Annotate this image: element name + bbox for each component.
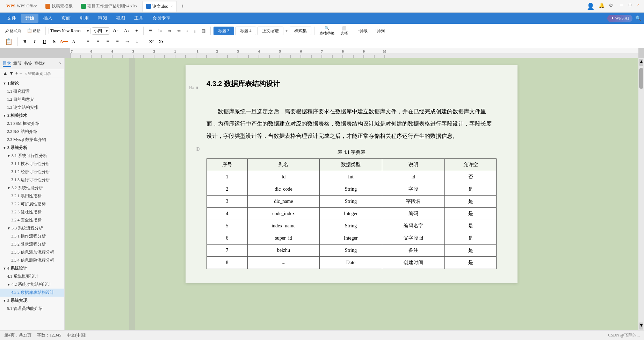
toc-item-3-3-1[interactable]: 3.3.1 操作流程分析 — [0, 232, 64, 240]
sidebar-close-btn[interactable]: × — [59, 61, 61, 66]
nav-add-btn[interactable]: + — [15, 71, 18, 76]
toc-item-3-3-2[interactable]: 3.3.2 登录流程分析 — [0, 240, 64, 248]
list-bullet-btn[interactable]: ☰ — [146, 28, 154, 34]
menu-tools[interactable]: 工具 — [130, 14, 147, 23]
scroll-down-btn[interactable]: ▼ — [639, 323, 643, 330]
strikethrough-btn[interactable]: S̶ — [50, 37, 58, 46]
align-left-btn[interactable]: ≡ — [84, 37, 92, 46]
italic-btn[interactable]: I — [30, 37, 39, 46]
sort-btn[interactable]: ↕排版 — [356, 28, 370, 34]
clipboard-btn[interactable]: 📋 — [3, 37, 15, 46]
menu-file[interactable]: 文件 — [3, 14, 20, 23]
body-indent-btn[interactable]: 正文缩进 — [258, 27, 283, 35]
close-btn[interactable]: × — [636, 2, 641, 8]
subscript-btn[interactable]: X₂ — [157, 37, 165, 46]
heading3-btn[interactable]: 标题 3 — [214, 27, 234, 35]
style-set-btn[interactable]: 样式集 — [290, 27, 311, 35]
sidebar-tab-toc[interactable]: 目录 — [3, 60, 11, 67]
nav-down-btn[interactable]: ▼ — [9, 71, 14, 76]
decrease-font-btn[interactable]: A↓ — [122, 28, 131, 34]
toc-item-4-2[interactable]: ▼4.2 系统功能结构设计 — [0, 281, 64, 289]
toc-item-5-1[interactable]: 5.1 管理员功能介绍 — [0, 305, 64, 313]
minimize-btn[interactable]: ─ — [619, 2, 624, 8]
toc-item-3[interactable]: ▼3 系统分析 — [0, 144, 64, 152]
bold-btn[interactable]: B — [21, 37, 29, 46]
select-btn[interactable]: ⬜ 选择 — [338, 25, 350, 37]
right-scrollbar[interactable]: ▲ ▼ — [638, 58, 644, 330]
sidebar-tab-bookmark[interactable]: 书签 — [24, 61, 32, 66]
toc-item-4[interactable]: ▼4 系统设计 — [0, 264, 64, 272]
list-number-btn[interactable]: 1≡ — [156, 28, 165, 34]
scroll-thumb[interactable] — [639, 68, 643, 89]
settings-icon[interactable]: ⚙ — [609, 2, 613, 10]
scroll-up-btn[interactable]: ▲ — [639, 59, 643, 66]
outdent-btn[interactable]: ⇐ — [175, 28, 183, 34]
toc-item-3-1[interactable]: ▼3.1 系统可行性分析 — [0, 152, 64, 160]
justify-btn[interactable]: ≡ — [113, 37, 122, 46]
align-center-btn[interactable]: ≡ — [94, 37, 102, 46]
toc-item-3-3[interactable]: ▼3.3 系统流程分析 — [0, 224, 64, 232]
toc-item-3-2[interactable]: ▼3.2 系统性能分析 — [0, 184, 64, 192]
indent-btn[interactable]: ⇒ — [166, 28, 174, 34]
format-paint-btn[interactable]: 🖌 格式刷 — [3, 28, 23, 34]
nav-minus-btn[interactable]: − — [20, 71, 22, 76]
align-right-btn[interactable]: ≡ — [103, 37, 112, 46]
toc-item-2-3[interactable]: 2.3 Mysql 数据库介绍 — [0, 136, 64, 144]
underline-btn[interactable]: U — [40, 37, 49, 46]
toc-item-3-1-1[interactable]: 3.1.1 技术可行性分析 — [0, 160, 64, 168]
add-tab-btn[interactable]: + — [178, 3, 187, 9]
tab-template[interactable]: 找稿壳模板 — [42, 1, 76, 12]
wps-ai-btn[interactable]: ✦ WPS AI — [607, 15, 632, 22]
superscript-btn[interactable]: X² — [147, 37, 155, 46]
toc-item-3-2-4[interactable]: 3.2.4 安全性指标 — [0, 216, 64, 224]
tab-doc[interactable]: 论文.doc × — [142, 1, 177, 12]
toc-item-3-3-3[interactable]: 3.3.3 信息添加流程分析 — [0, 248, 64, 256]
toc-item-3-1-3[interactable]: 3.1.3 运行可行性分析 — [0, 176, 64, 184]
menu-review[interactable]: 审阅 — [94, 14, 111, 23]
indent2-btn[interactable]: ⇒ — [123, 37, 131, 46]
sidebar-tab-find[interactable]: 查找▾ — [34, 61, 45, 66]
tab-xlsx[interactable]: 项目工作量评估明细v4.xlsx — [78, 1, 141, 12]
paste-btn[interactable]: 📋 粘贴 — [25, 28, 43, 34]
user-avatar[interactable]: 👤 — [587, 2, 594, 10]
toc-item-2-1[interactable]: 2.1 SSM 框架介绍 — [0, 120, 64, 128]
toc-item-5[interactable]: ▼5 系统实现 — [0, 297, 64, 305]
add-content-btn[interactable]: ⊕ — [195, 146, 200, 152]
increase-font-btn[interactable]: A↑ — [111, 27, 121, 34]
line-height-btn[interactable]: ↕ — [184, 28, 190, 34]
toc-item-1-1[interactable]: 1.1 研究背景 — [0, 87, 64, 95]
toc-item-3-1-2[interactable]: 3.1.2 经济可行性分析 — [0, 168, 64, 176]
nav-up-btn[interactable]: ▲ — [3, 71, 8, 76]
tab-close-icon[interactable]: × — [171, 4, 173, 8]
toc-item-3-3-4[interactable]: 3.3.4 信息删除流程分析 — [0, 256, 64, 264]
columns-btn[interactable]: ▥ — [200, 28, 208, 34]
maximize-btn[interactable]: □ — [627, 2, 633, 8]
menu-member[interactable]: 会员专享 — [148, 14, 175, 23]
toc-item-3-2-2[interactable]: 3.2.2 可扩展性指标 — [0, 200, 64, 208]
toc-item-4-1[interactable]: 4.1 系统概要设计 — [0, 272, 64, 281]
toc-item-3-2-3[interactable]: 3.2.3 健壮性指标 — [0, 208, 64, 216]
toc-item-4-2-2[interactable]: 4.3.2 数据库表结构设计 — [0, 289, 64, 297]
ai-toc-btn[interactable]: ○ 智能识别目录 — [25, 71, 51, 76]
find-replace-btn[interactable]: 🔍 查找替换 — [317, 25, 337, 37]
fontcolor-btn[interactable]: A — [60, 37, 68, 46]
menu-insert[interactable]: 插入 — [39, 14, 57, 23]
toc-item-3-2-1[interactable]: 3.2.1 易用性指标 — [0, 192, 64, 200]
font-size-selector[interactable]: 小四 ▾ — [92, 27, 109, 35]
menu-view[interactable]: 视图 — [112, 14, 129, 23]
linespacing-btn[interactable]: ↕ — [133, 37, 141, 46]
menu-page[interactable]: 页面 — [57, 14, 75, 23]
toc-item-2[interactable]: ▼2 相关技术 — [0, 112, 64, 120]
search-btn[interactable]: 🔍 — [635, 15, 641, 21]
clear-format-btn[interactable]: ✦ — [133, 28, 140, 34]
menu-ref[interactable]: 引用 — [75, 14, 93, 23]
highlight-btn[interactable]: A — [70, 37, 78, 46]
toc-item-1-2[interactable]: 1.2 目的和意义 — [0, 95, 64, 104]
heading4-btn[interactable]: 标题 4 — [236, 27, 256, 35]
font-name-selector[interactable]: Times New Roma ▾ — [49, 28, 91, 34]
toc-item-2-2[interactable]: 2.2 B/S 结构介绍 — [0, 128, 64, 136]
tab-wps-office[interactable]: WPS WPS Office — [3, 1, 41, 12]
arrange-btn[interactable]: ⋮排列 — [371, 28, 387, 34]
toc-item-1[interactable]: ▼1 绪论 — [0, 79, 64, 87]
doc-area[interactable]: H₆ ⠿ 4.3.2 数据库表结构设计 ⊕ 数据库系统一旦选定之后，需要根据程序… — [65, 58, 638, 330]
